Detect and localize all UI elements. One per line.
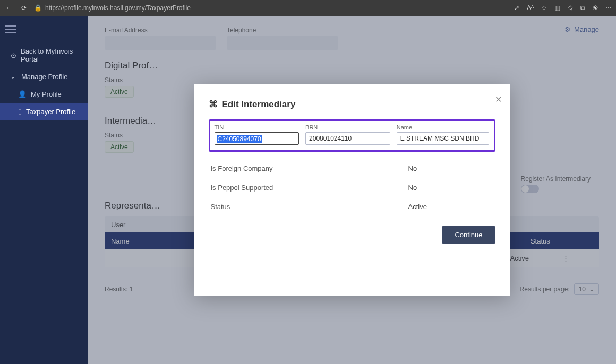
tin-input[interactable]: C24050894070 — [215, 132, 300, 145]
user-icon: 👤 — [18, 90, 27, 98]
sidebar-manage-label: Manage Profile — [21, 73, 67, 81]
peppol-val: No — [408, 184, 493, 192]
tin-label: TIN — [215, 124, 300, 131]
a-read-icon[interactable]: Aᴬ — [527, 4, 534, 12]
sidebar-taxpayer-profile[interactable]: ▯ Taxpayer Profile — [0, 103, 88, 120]
detail-foreign: Is Foreign Company No — [209, 159, 495, 178]
detail-status: Status Active — [209, 197, 495, 216]
sidebar-my-profile[interactable]: 👤 My Profile — [0, 85, 88, 103]
tin-value: C24050894070 — [217, 135, 262, 143]
back-icon[interactable]: ← — [4, 3, 14, 13]
menu-icon[interactable]: ⋯ — [605, 4, 612, 12]
highlighted-fields: TIN C24050894070 BRN Name — [209, 119, 495, 152]
detail-peppol: Is Peppol Supported No — [209, 178, 495, 197]
sidebar-myprofile-label: My Profile — [31, 90, 62, 98]
back-circle-icon: ⊙ — [11, 51, 16, 59]
sidebar-back-label: Back to MyInvois Portal — [21, 47, 81, 63]
modal-title-text: Edit Intermediary — [222, 99, 296, 110]
collections-icon[interactable]: ⧉ — [580, 4, 585, 12]
peppol-key: Is Peppol Supported — [211, 184, 408, 192]
doc-icon: ▯ — [18, 108, 22, 116]
detail-list: Is Foreign Company No Is Peppol Supporte… — [209, 159, 495, 216]
refresh-icon[interactable]: ⟳ — [19, 3, 29, 13]
brn-input[interactable] — [305, 132, 390, 145]
lock-icon: 🔒 — [34, 4, 42, 12]
hamburger-icon[interactable] — [5, 25, 16, 33]
continue-button[interactable]: Continue — [442, 226, 495, 244]
chrome-right-icons: ⤢ Aᴬ ☆ ▥ ✩ ⧉ ❀ ⋯ — [514, 4, 612, 12]
status-val: Active — [408, 203, 493, 211]
edit-intermediary-modal: ✕ ⌘ Edit Intermediary TIN C24050894070 — [194, 84, 510, 296]
foreign-key: Is Foreign Company — [211, 164, 408, 172]
modal-overlay: ✕ ⌘ Edit Intermediary TIN C24050894070 — [88, 16, 616, 364]
sidebar-taxpayer-label: Taxpayer Profile — [26, 108, 75, 116]
modal-title: ⌘ Edit Intermediary — [209, 99, 495, 110]
fav-icon[interactable]: ✩ — [568, 4, 573, 12]
star-icon[interactable]: ☆ — [541, 4, 547, 12]
brn-label: BRN — [305, 124, 390, 131]
url-text: https://profile.myinvois.hasil.gov.my/Ta… — [45, 4, 191, 12]
status-key: Status — [211, 203, 408, 211]
split-icon[interactable]: ▥ — [554, 4, 560, 12]
sidebar: ⊙ Back to MyInvois Portal ⌄ Manage Profi… — [0, 16, 88, 364]
close-icon[interactable]: ✕ — [495, 94, 502, 105]
app-root: ⊙ Back to MyInvois Portal ⌄ Manage Profi… — [0, 16, 616, 364]
chevron-down-icon: ⌄ — [11, 74, 15, 80]
sidebar-back-link[interactable]: ⊙ Back to MyInvois Portal — [0, 42, 88, 68]
foreign-val: No — [408, 164, 493, 172]
url-bar[interactable]: 🔒 https://profile.myinvois.hasil.gov.my/… — [34, 4, 509, 12]
browser-chrome: ← ⟳ 🔒 https://profile.myinvois.hasil.gov… — [0, 0, 616, 16]
sidebar-manage-profile[interactable]: ⌄ Manage Profile — [0, 68, 88, 85]
a-icon[interactable]: ⤢ — [514, 4, 519, 12]
ext-icon[interactable]: ❀ — [593, 4, 598, 12]
main-content: ⚙ Manage E-mail Address Telephone Digita… — [88, 16, 616, 364]
name-label: Name — [397, 124, 490, 131]
name-input[interactable] — [397, 132, 490, 145]
laptop-icon: ⌘ — [209, 99, 218, 110]
